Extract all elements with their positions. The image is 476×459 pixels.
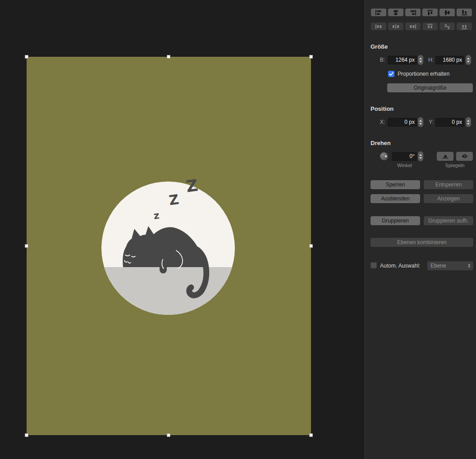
flip-vertical-button[interactable] bbox=[437, 152, 453, 161]
cat-illustration: z Z Z bbox=[27, 57, 311, 435]
distribute-center-horizontal-button[interactable] bbox=[388, 23, 403, 30]
rotate-row: 0° bbox=[363, 151, 476, 162]
selection-handle-top-right[interactable] bbox=[309, 55, 313, 59]
auto-select-checkbox[interactable] bbox=[371, 262, 377, 268]
align-center-vertical-button[interactable] bbox=[439, 9, 455, 16]
x-field[interactable]: 0 px bbox=[388, 118, 417, 127]
distribute-top-icon bbox=[427, 24, 433, 29]
auto-select-label: Autom. Auswahl: bbox=[380, 263, 420, 269]
alignment-row-2 bbox=[371, 23, 472, 30]
flip-caption: Spiegeln bbox=[437, 163, 473, 168]
flip-horizontal-button[interactable] bbox=[456, 152, 473, 161]
angle-field[interactable]: 0° bbox=[392, 152, 417, 161]
selection-handle-middle-right[interactable] bbox=[309, 244, 313, 248]
align-left-icon bbox=[375, 10, 382, 15]
align-top-icon bbox=[427, 10, 433, 15]
y-stepper[interactable] bbox=[466, 117, 471, 127]
artwork-layer[interactable]: z Z Z bbox=[27, 57, 311, 435]
show-button[interactable]: Anzeigen bbox=[424, 194, 473, 203]
zzz-large: Z bbox=[185, 176, 199, 195]
angle-knob[interactable] bbox=[380, 152, 388, 160]
constrain-proportions-row: Proportionen erhalten bbox=[388, 71, 449, 77]
floor-shape bbox=[99, 267, 238, 318]
align-left-button[interactable] bbox=[371, 9, 386, 16]
group-button[interactable]: Gruppieren bbox=[371, 216, 420, 225]
align-right-icon bbox=[410, 10, 416, 15]
unlock-button[interactable]: Entsperren bbox=[424, 180, 473, 189]
align-center-vertical-icon bbox=[444, 10, 450, 15]
merge-layers-button[interactable]: Ebenen kombinieren bbox=[371, 238, 473, 247]
distribute-top-button[interactable] bbox=[422, 23, 438, 30]
x-field-label: X: bbox=[376, 119, 385, 125]
ungroup-button[interactable]: Gruppieren aufh. bbox=[424, 216, 473, 225]
distribute-right-button[interactable] bbox=[405, 23, 421, 30]
selection-handle-top-left[interactable] bbox=[25, 55, 28, 59]
original-size-button[interactable]: Originalgröße bbox=[387, 83, 473, 92]
flip-horizontal-icon bbox=[461, 154, 468, 159]
y-field-label: Y: bbox=[425, 119, 434, 125]
distribute-right-icon bbox=[410, 24, 416, 29]
constrain-proportions-checkbox[interactable] bbox=[388, 71, 394, 77]
rotate-section-title: Drehen bbox=[371, 140, 391, 146]
constrain-proportions-label: Proportionen erhalten bbox=[398, 71, 449, 77]
auto-select-dropdown-value: Ebene bbox=[430, 263, 446, 269]
distribute-left-button[interactable] bbox=[371, 23, 386, 30]
alignment-row-1 bbox=[371, 9, 472, 16]
auto-select-dropdown[interactable]: Ebene bbox=[427, 261, 473, 270]
lock-button[interactable]: Sperren bbox=[371, 180, 420, 189]
height-field[interactable]: 1680 px bbox=[435, 56, 464, 64]
angle-caption: Winkel bbox=[392, 163, 417, 168]
align-center-horizontal-button[interactable] bbox=[388, 9, 403, 16]
distribute-center-vertical-button[interactable] bbox=[439, 23, 455, 30]
selection-handle-bottom-right[interactable] bbox=[309, 433, 313, 437]
position-section-title: Position bbox=[371, 105, 394, 112]
distribute-center-horizontal-icon bbox=[393, 24, 399, 29]
distribute-bottom-button[interactable] bbox=[457, 23, 472, 30]
x-stepper[interactable] bbox=[418, 117, 423, 127]
position-fields-row: X: 0 px Y: 0 px bbox=[363, 117, 476, 128]
checkmark-icon bbox=[389, 72, 394, 76]
align-bottom-icon bbox=[461, 10, 467, 15]
angle-knob-dot bbox=[385, 155, 387, 157]
align-right-button[interactable] bbox=[405, 9, 421, 16]
selection-handle-top-center[interactable] bbox=[167, 55, 170, 59]
inspector-panel: Größe B: 1264 px H: 1680 px Proportionen… bbox=[363, 0, 476, 459]
distribute-left-icon bbox=[375, 24, 382, 29]
selection-handle-middle-left[interactable] bbox=[25, 244, 28, 248]
size-fields-row: B: 1264 px H: 1680 px bbox=[363, 55, 476, 66]
width-field[interactable]: 1264 px bbox=[388, 56, 417, 64]
selection-handle-bottom-left[interactable] bbox=[25, 433, 28, 437]
distribute-bottom-icon bbox=[461, 24, 467, 29]
align-center-horizontal-icon bbox=[393, 10, 399, 15]
width-field-label: B: bbox=[376, 57, 385, 63]
canvas-area[interactable]: z Z Z bbox=[0, 0, 363, 459]
angle-stepper[interactable] bbox=[418, 151, 423, 161]
y-field[interactable]: 0 px bbox=[435, 118, 464, 127]
hide-button[interactable]: Ausblenden bbox=[371, 194, 420, 203]
auto-select-row: Autom. Auswahl: Ebene bbox=[371, 261, 473, 271]
height-stepper[interactable] bbox=[466, 55, 471, 65]
align-bottom-button[interactable] bbox=[457, 9, 472, 16]
height-field-label: H: bbox=[425, 57, 434, 63]
width-stepper[interactable] bbox=[418, 55, 423, 65]
size-section-title: Größe bbox=[371, 43, 388, 50]
align-top-button[interactable] bbox=[422, 9, 438, 16]
dropdown-chevrons-icon bbox=[466, 262, 472, 269]
flip-vertical-icon bbox=[442, 154, 449, 159]
selection-handle-bottom-center[interactable] bbox=[167, 433, 170, 437]
distribute-center-vertical-icon bbox=[444, 24, 450, 29]
